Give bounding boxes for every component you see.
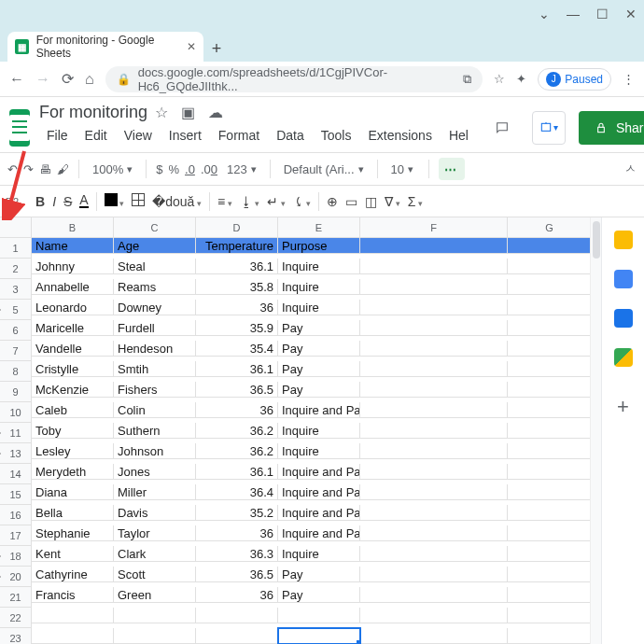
cell[interactable]: Pay xyxy=(278,361,360,377)
cell[interactable]: 36.1 xyxy=(196,259,278,274)
cell[interactable] xyxy=(360,402,508,418)
row-header[interactable]: 14 xyxy=(0,464,32,484)
cell[interactable]: 36 xyxy=(196,402,278,418)
cell[interactable] xyxy=(114,608,196,623)
cell[interactable]: 36.1 xyxy=(196,361,278,377)
extensions-icon[interactable]: ✦ xyxy=(516,72,526,86)
cell[interactable] xyxy=(360,320,508,336)
cell[interactable]: Name xyxy=(32,238,114,254)
cell[interactable]: Age xyxy=(114,238,196,254)
cell[interactable] xyxy=(360,546,508,562)
cell[interactable]: Purpose xyxy=(278,238,360,254)
cell[interactable]: Davis xyxy=(114,505,196,521)
cell[interactable] xyxy=(508,587,592,603)
cell[interactable] xyxy=(360,238,508,254)
cell[interactable] xyxy=(508,546,592,562)
cell[interactable] xyxy=(360,259,508,274)
cell[interactable]: 35.8 xyxy=(196,279,278,295)
cell[interactable]: 36.3 xyxy=(196,546,278,562)
cell[interactable]: 35.9 xyxy=(196,320,278,336)
cell[interactable]: 36.2 xyxy=(196,423,278,439)
cell[interactable]: Inquire and Pay xyxy=(278,464,360,480)
cell[interactable] xyxy=(508,259,592,274)
cell[interactable] xyxy=(508,525,592,541)
cell[interactable]: Green xyxy=(114,587,196,603)
cell[interactable] xyxy=(508,300,592,315)
sheet-viewport[interactable]: BCDEFG1NameAgeTemperaturePurpose2JohnnyS… xyxy=(0,217,601,644)
menu-tools[interactable]: Tools xyxy=(314,124,359,147)
comments-button[interactable] xyxy=(485,111,519,145)
bold-button[interactable]: B xyxy=(35,194,45,209)
cell[interactable]: 36.2 xyxy=(196,443,278,459)
cell[interactable]: Inquire and Pay xyxy=(278,402,360,418)
cell[interactable]: Pay xyxy=(278,382,360,398)
borders-button[interactable] xyxy=(132,193,145,209)
row-header[interactable]: 3 xyxy=(0,279,32,300)
cell[interactable]: Francis xyxy=(32,587,114,603)
cell[interactable] xyxy=(360,505,508,521)
cell[interactable]: Pay xyxy=(278,341,360,357)
cell[interactable] xyxy=(508,608,592,623)
cell[interactable]: Suthern xyxy=(114,423,196,439)
cell[interactable]: Bella xyxy=(32,505,114,521)
column-header[interactable]: E xyxy=(278,217,360,238)
cell[interactable]: Inquire and Pay xyxy=(278,525,360,541)
bookmark-icon[interactable]: ☆ xyxy=(494,72,505,86)
cell[interactable] xyxy=(508,484,592,500)
cell[interactable]: 36.5 xyxy=(196,382,278,398)
cell[interactable] xyxy=(196,628,278,644)
vertical-scrollbar[interactable] xyxy=(590,217,601,644)
cell[interactable] xyxy=(508,320,592,336)
currency-button[interactable]: $ xyxy=(156,162,162,176)
cell[interactable]: Toby xyxy=(32,423,114,439)
h-align-button[interactable]: ≡ xyxy=(217,194,232,209)
cell[interactable] xyxy=(360,608,508,623)
cell[interactable]: Inquire xyxy=(278,259,360,274)
cell[interactable]: Fishers xyxy=(114,382,196,398)
share-button[interactable]: Share xyxy=(579,111,644,145)
cell[interactable]: 35.4 xyxy=(196,341,278,357)
sheets-logo-icon[interactable] xyxy=(9,109,30,147)
cell[interactable]: Smtih xyxy=(114,361,196,377)
cell[interactable]: Inquire xyxy=(278,423,360,439)
keep-icon[interactable] xyxy=(614,231,633,249)
cell[interactable]: Pay xyxy=(278,320,360,336)
cell[interactable]: Maricelle xyxy=(32,320,114,336)
menu-format[interactable]: Format xyxy=(211,124,267,147)
cell[interactable] xyxy=(360,587,508,603)
italic-button[interactable]: I xyxy=(52,194,56,209)
cell[interactable] xyxy=(360,484,508,500)
menu-insert[interactable]: Insert xyxy=(161,124,209,147)
row-header[interactable]: 9 xyxy=(0,382,32,402)
filter-button[interactable]: ∇ xyxy=(385,194,400,209)
cell[interactable] xyxy=(508,361,592,377)
chart-button[interactable]: ◫ xyxy=(365,194,377,209)
forward-button[interactable]: → xyxy=(35,71,50,88)
cell[interactable]: Reams xyxy=(114,279,196,295)
row-header[interactable]: 1 xyxy=(0,238,32,259)
row-header[interactable]: 2 xyxy=(0,259,32,279)
name-box[interactable]: D2 xyxy=(6,196,28,207)
print-button[interactable]: 🖶 xyxy=(39,162,51,176)
browser-tab[interactable]: ▦ For monitoring - Google Sheets ✕ xyxy=(7,32,203,62)
row-header[interactable]: 11 xyxy=(0,423,32,443)
cell[interactable]: Annabelle xyxy=(32,279,114,295)
functions-button[interactable]: Σ xyxy=(408,194,423,209)
cell[interactable]: Pay xyxy=(278,567,360,582)
text-color-button[interactable]: A xyxy=(79,194,88,208)
cell[interactable] xyxy=(360,361,508,377)
contacts-icon[interactable] xyxy=(614,309,633,328)
cell[interactable]: Temperature xyxy=(196,238,278,254)
cell[interactable] xyxy=(360,567,508,582)
address-bar[interactable]: 🔒 docs.google.com/spreadsheets/d/1CgjPIV… xyxy=(105,66,483,92)
menu-data[interactable]: Data xyxy=(269,124,312,147)
cell[interactable] xyxy=(360,341,508,357)
font-selector[interactable]: Default (Ari...▾ xyxy=(280,161,368,178)
cell[interactable] xyxy=(508,464,592,480)
undo-button[interactable]: ↶ xyxy=(7,162,18,176)
cell[interactable] xyxy=(508,341,592,357)
cell[interactable] xyxy=(508,382,592,398)
column-header[interactable]: F xyxy=(360,217,508,238)
column-header[interactable]: G xyxy=(508,217,592,238)
row-header[interactable]: 22 xyxy=(0,608,32,628)
